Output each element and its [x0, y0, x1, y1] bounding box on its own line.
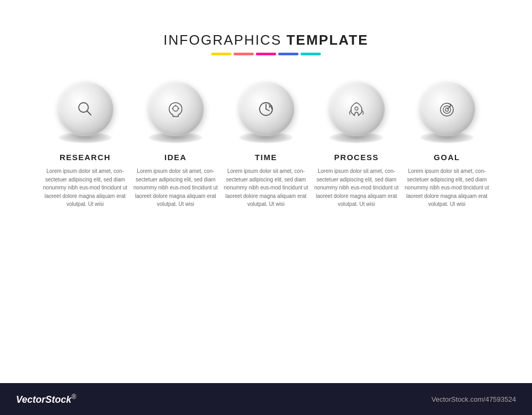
- sphere-process: [329, 82, 385, 136]
- title-bold: TEMPLATE: [286, 32, 368, 48]
- sphere-container-process: [327, 82, 386, 143]
- sphere-goal: [419, 82, 475, 136]
- color-bar-teal: [301, 53, 321, 55]
- item-time: TIME Lorem ipsum dolor sit amet, con-sec…: [223, 82, 309, 209]
- item-title-time: TIME: [255, 153, 277, 162]
- title-normal: INFOGRAPHICS: [163, 32, 286, 48]
- sphere-container-idea: [146, 82, 205, 143]
- footer-url: VectorStock.com/47593524: [431, 395, 516, 403]
- sphere-container-goal: [418, 82, 476, 143]
- color-bar-blue: [278, 53, 298, 55]
- svg-point-9: [355, 107, 358, 110]
- item-title-idea: IDEA: [164, 153, 187, 162]
- item-title-research: RESEARCH: [60, 153, 111, 162]
- footer-brand-name: VectorStock: [16, 394, 71, 405]
- sphere-idea: [148, 82, 204, 136]
- items-row: RESEARCH Lorem ipsum dolor sit amet, con…: [43, 82, 489, 209]
- idea-icon: [165, 98, 186, 120]
- sphere-time: [238, 82, 294, 136]
- item-title-goal: GOAL: [434, 153, 460, 162]
- svg-point-2: [173, 106, 178, 111]
- target-icon: [436, 98, 458, 120]
- main-content: INFOGRAPHICS TEMPLATE RESEARCH: [0, 0, 532, 383]
- item-text-time: Lorem ipsum dolor sit amet, con-sectetue…: [223, 167, 309, 209]
- sphere-research: [57, 82, 113, 136]
- sphere-container-research: [56, 82, 114, 143]
- footer-reg: ®: [71, 393, 76, 401]
- header-title: INFOGRAPHICS TEMPLATE: [163, 32, 368, 48]
- color-bar-red: [234, 53, 254, 55]
- color-bar-yellow: [211, 53, 231, 55]
- footer-brand: VectorStock®: [16, 393, 76, 405]
- item-text-goal: Lorem ipsum dolor sit amet, con-sectetue…: [404, 167, 489, 209]
- color-bars: [163, 53, 368, 55]
- item-text-process: Lorem ipsum dolor sit amet, con-sectetue…: [314, 167, 399, 209]
- svg-line-1: [87, 111, 92, 115]
- sphere-container-time: [237, 82, 295, 143]
- item-goal: GOAL Lorem ipsum dolor sit amet, con-sec…: [404, 82, 489, 209]
- item-title-process: PROCESS: [334, 153, 379, 162]
- color-bar-pink: [256, 53, 276, 55]
- rocket-icon: [346, 98, 367, 120]
- header: INFOGRAPHICS TEMPLATE: [163, 32, 368, 55]
- item-research: RESEARCH Lorem ipsum dolor sit amet, con…: [43, 82, 128, 209]
- item-idea: IDEA Lorem ipsum dolor sit amet, con-sec…: [133, 82, 218, 209]
- item-process: PROCESS Lorem ipsum dolor sit amet, con-…: [314, 82, 399, 209]
- item-text-research: Lorem ipsum dolor sit amet, con-sectetue…: [43, 167, 128, 209]
- clock-icon: [255, 98, 277, 120]
- item-text-idea: Lorem ipsum dolor sit amet, con-sectetue…: [133, 167, 218, 209]
- search-icon: [74, 98, 96, 120]
- svg-line-8: [266, 109, 269, 111]
- footer: VectorStock® VectorStock.com/47593524: [0, 383, 532, 415]
